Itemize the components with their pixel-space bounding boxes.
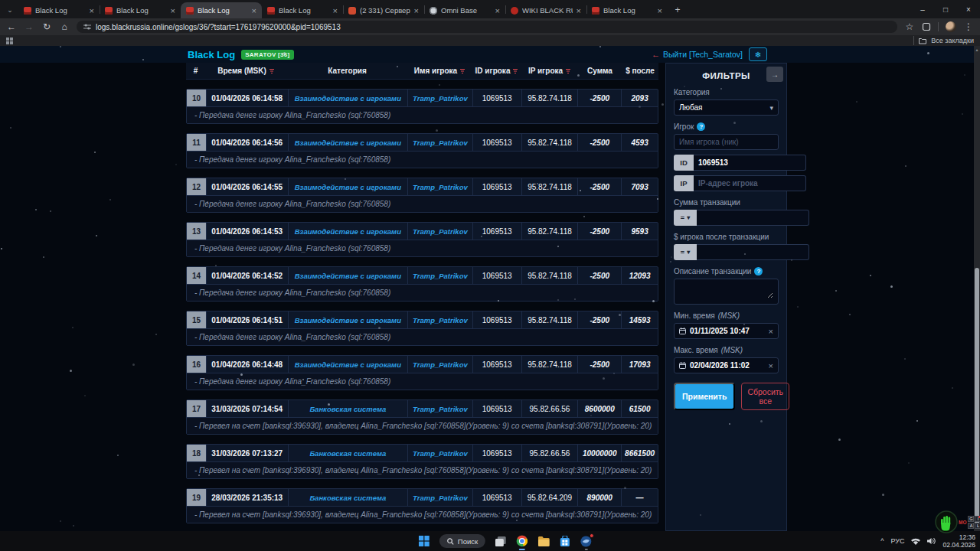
amount-input[interactable] [701, 214, 804, 222]
browser-tab[interactable]: Black Log× [262, 2, 343, 18]
close-window-button[interactable]: × [957, 0, 980, 18]
player-name-input[interactable] [679, 138, 773, 146]
browser-tab[interactable]: Black Log× [100, 2, 181, 18]
all-bookmarks[interactable]: Все закладки [913, 36, 974, 45]
min-time-field[interactable]: 01/11/2025 10:47 × [674, 323, 779, 339]
apply-button[interactable]: Применить [674, 383, 735, 410]
cell-player[interactable]: Tramp_Patrikov [407, 90, 472, 106]
back-icon[interactable]: ← [6, 21, 17, 32]
cell-cat[interactable]: Взаимодействие с игроками [288, 134, 407, 151]
help-icon[interactable]: ? [754, 267, 763, 276]
tab-close-icon[interactable]: × [333, 6, 338, 15]
tab-close-icon[interactable]: × [252, 6, 256, 15]
browser-tab[interactable]: Omni Base× [424, 2, 505, 18]
maximize-button[interactable]: □ [934, 0, 957, 18]
minimize-button[interactable]: – [911, 0, 934, 18]
menu-icon[interactable]: ⋮ [963, 21, 974, 32]
player-ip-input[interactable] [698, 179, 801, 187]
page-scrollbar[interactable]: ▲ [974, 46, 980, 531]
cell-cat[interactable]: Взаимодействие с игроками [288, 223, 407, 240]
description-input[interactable] [679, 282, 773, 298]
cell-player[interactable]: Tramp_Patrikov [407, 178, 472, 195]
profile-avatar[interactable] [946, 21, 956, 32]
player-ip-field[interactable]: IP [674, 175, 779, 191]
amount-field[interactable]: =▾ [674, 210, 779, 226]
address-bar[interactable]: logs.blackrussia.online/gslogs/36/?tstar… [77, 21, 897, 33]
player-id-input[interactable] [698, 158, 801, 167]
tab-close-icon[interactable]: × [171, 6, 175, 15]
browser-tab[interactable]: Black Log× [181, 2, 262, 18]
clear-icon[interactable]: × [769, 327, 773, 336]
tab-close-icon[interactable]: × [577, 6, 581, 15]
tab-close-icon[interactable]: × [495, 6, 500, 15]
amount-label: Сумма транзакции [674, 198, 779, 207]
category-select[interactable]: Любая ▾ [674, 99, 779, 116]
wifi-icon[interactable] [911, 538, 920, 545]
extensions-icon[interactable] [922, 22, 931, 31]
tab-search-icon[interactable]: ⌄ [3, 3, 17, 17]
chrome-taskbar-icon[interactable] [516, 531, 528, 551]
description-field[interactable] [674, 279, 779, 305]
cell-cat[interactable]: Банковская система [288, 445, 407, 461]
max-time-field[interactable]: 02/04/2026 11:02 × [674, 357, 779, 373]
taskbar-search[interactable]: Поиск [439, 534, 485, 548]
column-header[interactable]: IP игрока [521, 63, 578, 79]
tab-close-icon[interactable]: × [658, 6, 662, 15]
amount-comparator[interactable]: =▾ [674, 210, 697, 226]
cell-player[interactable]: Tramp_Patrikov [407, 311, 472, 328]
language-indicator[interactable]: РУС [890, 537, 904, 545]
player-id-field[interactable]: ID [674, 155, 779, 171]
column-header[interactable]: ID игрока [472, 63, 521, 79]
cell-cat[interactable]: Взаимодействие с игроками [288, 311, 407, 328]
collapse-panel-button[interactable]: → [766, 67, 783, 82]
after-comparator[interactable]: =▾ [674, 244, 697, 260]
home-icon[interactable]: ⌂ [59, 21, 70, 32]
clock[interactable]: 12:36 02.04.2026 [942, 533, 975, 549]
cell-cat[interactable]: Банковская система [288, 400, 407, 417]
player-name-field[interactable] [674, 134, 779, 150]
cell-player[interactable]: Tramp_Patrikov [407, 445, 472, 461]
bookmark-star-icon[interactable]: ☆ [904, 21, 915, 32]
site-settings-icon[interactable] [83, 23, 91, 31]
cell-cat[interactable]: Взаимодействие с игроками [288, 178, 407, 195]
bookmark-favicon[interactable] [6, 37, 13, 44]
tab-close-icon[interactable]: × [90, 6, 94, 15]
speaker-icon[interactable] [927, 537, 936, 545]
tab-close-icon[interactable]: × [414, 6, 419, 15]
messenger-app-icon[interactable] [580, 531, 592, 551]
cell-player[interactable]: Tramp_Patrikov [407, 223, 472, 240]
cell-cat[interactable]: Взаимодействие с игроками [288, 267, 407, 284]
start-button[interactable] [419, 531, 430, 551]
cell-cat[interactable]: Банковская система [288, 489, 407, 506]
column-header[interactable]: Время (MSK) [205, 63, 287, 79]
cell-player[interactable]: Tramp_Patrikov [407, 134, 472, 151]
browser-tab[interactable]: (2 331) Сервер №36 | SARATO× [343, 2, 424, 18]
forward-icon[interactable]: → [24, 21, 34, 32]
tray-chevron-icon[interactable]: ^ [880, 537, 884, 545]
cell-player[interactable]: Tramp_Patrikov [407, 356, 472, 373]
browser-tab[interactable]: Black Log× [586, 2, 668, 18]
browser-tab[interactable]: WIKI BLACK RUSSIA: Главная× [505, 2, 586, 18]
snowflake-button[interactable]: ❄ [749, 47, 767, 61]
microsoft-store-icon[interactable] [560, 531, 570, 551]
cell-player[interactable]: Tramp_Patrikov [407, 267, 472, 284]
file-explorer-icon[interactable] [538, 531, 550, 551]
tab-label: Black Log [116, 6, 167, 15]
scroll-up-icon[interactable]: ▲ [974, 47, 980, 52]
browser-tab[interactable]: Black Log× [18, 2, 100, 18]
cell-cat[interactable]: Взаимодействие с игроками [288, 356, 407, 373]
help-icon[interactable]: ? [697, 122, 705, 131]
new-tab-button[interactable]: + [671, 3, 684, 17]
scrollbar-thumb[interactable] [975, 268, 979, 528]
column-header[interactable]: Имя игрока [407, 63, 472, 79]
after-field[interactable]: =▾ [674, 244, 779, 260]
reset-button[interactable]: Сбросить все [741, 383, 789, 410]
logout-link[interactable]: ← Выйти [Tech_Saratov] [652, 50, 743, 59]
reload-icon[interactable]: ↻ [41, 21, 52, 32]
clear-icon[interactable]: × [769, 361, 773, 370]
task-view-button[interactable] [495, 531, 506, 551]
cell-cat[interactable]: Взаимодействие с игроками [288, 90, 407, 106]
cell-player[interactable]: Tramp_Patrikov [407, 489, 472, 506]
cell-player[interactable]: Tramp_Patrikov [407, 400, 472, 417]
after-input[interactable] [701, 248, 804, 256]
